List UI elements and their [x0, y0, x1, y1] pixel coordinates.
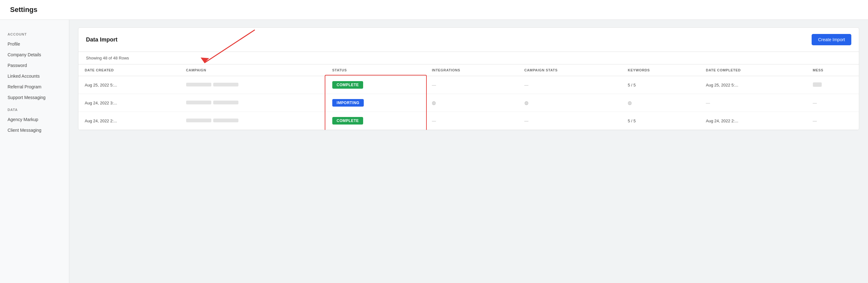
sidebar-item-password[interactable]: Password — [0, 60, 69, 71]
dash: — — [524, 83, 528, 87]
col-header-campaign-stats: CAMPAIGN STATS — [518, 65, 622, 76]
cell-integrations: ◍ — [426, 94, 518, 112]
cell-keywords: 5 / 5 — [621, 76, 700, 94]
cell-keywords: 5 / 5 — [621, 112, 700, 130]
data-import-card: Data Import Create Import Showing 48 of … — [78, 27, 859, 130]
cell-campaign — [180, 112, 326, 130]
sidebar-item-linked-accounts[interactable]: Linked Accounts — [0, 71, 69, 81]
col-header-keywords: KEYWORDS — [621, 65, 700, 76]
dash: — — [432, 83, 436, 87]
dash: — — [813, 118, 817, 123]
cell-campaign-stats: ◍ — [518, 94, 622, 112]
cell-campaign — [180, 94, 326, 112]
dash: — — [524, 118, 528, 123]
sidebar: ACCOUNTProfileCompany DetailsPasswordLin… — [0, 20, 69, 283]
table-row: Aug 24, 2022 3:...IMPORTING◍◍◍—— — [79, 94, 859, 112]
mess-indicator — [813, 82, 822, 87]
col-header-status: STATUS — [326, 65, 426, 76]
rows-info: Showing 48 of 48 Rows — [79, 52, 859, 65]
col-header-integrations: INTEGRATIONS — [426, 65, 518, 76]
dash: — — [706, 101, 710, 105]
cell-date-completed: Aug 24, 2022 2:... — [700, 112, 806, 130]
page-title: Settings — [10, 6, 858, 14]
sidebar-item-agency-markup[interactable]: Agency Markup — [0, 114, 69, 125]
clock-icon: ◍ — [628, 100, 632, 105]
cell-mess: — — [807, 112, 859, 130]
cell-date-completed: — — [700, 94, 806, 112]
sidebar-item-support-messaging[interactable]: Support Messaging — [0, 92, 69, 103]
sidebar-item-profile[interactable]: Profile — [0, 39, 69, 49]
cell-campaign-stats: — — [518, 76, 622, 94]
cell-status: IMPORTING — [326, 94, 426, 112]
col-header-mess: MESS — [807, 65, 859, 76]
table-wrapper: DATE CREATEDCAMPAIGNSTATUSINTEGRATIONSCA… — [79, 65, 859, 130]
table-row: Aug 24, 2022 2:...COMPLETE——5 / 5Aug 24,… — [79, 112, 859, 130]
cell-integrations: — — [426, 112, 518, 130]
cell-integrations: — — [426, 76, 518, 94]
dash: — — [432, 118, 436, 123]
col-header-date-completed: DATE COMPLETED — [700, 65, 806, 76]
cell-keywords: ◍ — [621, 94, 700, 112]
cell-campaign-stats: — — [518, 112, 622, 130]
sidebar-item-company-details[interactable]: Company Details — [0, 49, 69, 60]
cell-status: COMPLETE — [326, 76, 426, 94]
table-row: Aug 25, 2022 5:...COMPLETE——5 / 5Aug 25,… — [79, 76, 859, 94]
dash: — — [813, 101, 817, 105]
data-import-table: DATE CREATEDCAMPAIGNSTATUSINTEGRATIONSCA… — [79, 65, 859, 130]
sidebar-section-data: DATA — [0, 108, 69, 114]
sidebar-item-referral-program[interactable]: Referral Program — [0, 81, 69, 92]
cell-date-created: Aug 25, 2022 5:... — [79, 76, 180, 94]
status-badge: COMPLETE — [332, 117, 364, 125]
col-header-date-created: DATE CREATED — [79, 65, 180, 76]
col-header-campaign: CAMPAIGN — [180, 65, 326, 76]
cell-date-completed: Aug 25, 2022 5:... — [700, 76, 806, 94]
status-badge: IMPORTING — [332, 99, 364, 107]
main-content: Data Import Create Import Showing 48 of … — [69, 20, 868, 283]
clock-icon: ◍ — [524, 100, 528, 105]
card-title: Data Import — [86, 36, 118, 43]
table-container: DATE CREATEDCAMPAIGNSTATUSINTEGRATIONSCA… — [79, 65, 859, 130]
card-header: Data Import Create Import — [79, 28, 859, 52]
cell-status: COMPLETE — [326, 112, 426, 130]
cell-mess: — — [807, 94, 859, 112]
cell-date-created: Aug 24, 2022 2:... — [79, 112, 180, 130]
clock-icon: ◍ — [432, 100, 436, 105]
cell-campaign — [180, 76, 326, 94]
sidebar-section-account: ACCOUNT — [0, 32, 69, 39]
cell-mess — [807, 76, 859, 94]
create-import-button[interactable]: Create Import — [812, 34, 851, 45]
status-badge: COMPLETE — [332, 81, 364, 89]
cell-date-created: Aug 24, 2022 3:... — [79, 94, 180, 112]
sidebar-item-client-messaging[interactable]: Client Messaging — [0, 125, 69, 136]
